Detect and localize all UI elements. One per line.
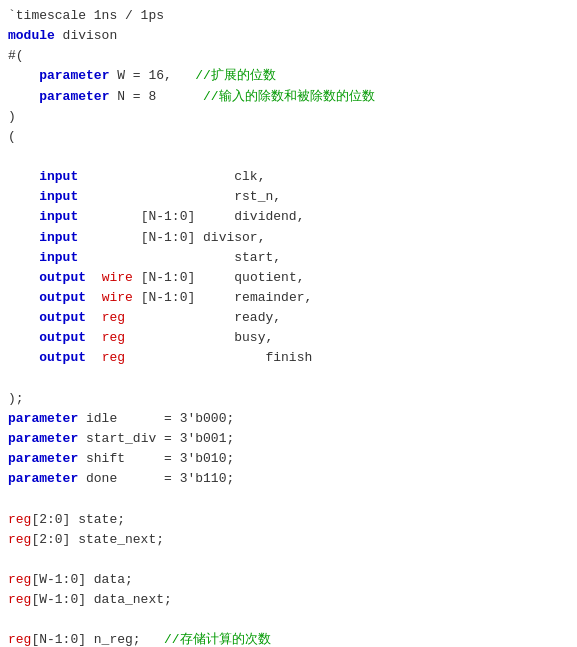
code-line-21: parameter idle = 3'b000; — [0, 409, 577, 429]
code-line-12: input [N-1:0] divisor, — [0, 228, 577, 248]
code-line-24: parameter done = 3'b110; — [0, 469, 577, 489]
code-line-15: output wire [N-1:0] remainder, — [0, 288, 577, 308]
code-line-16: output reg ready, — [0, 308, 577, 328]
code-line-29: reg[W-1:0] data; — [0, 570, 577, 590]
code-line-10: input rst_n, — [0, 187, 577, 207]
code-line-17: output reg busy, — [0, 328, 577, 348]
code-line-8 — [0, 147, 577, 167]
code-line-20: ); — [0, 389, 577, 409]
code-line-28 — [0, 550, 577, 570]
code-line-18: output reg finish — [0, 348, 577, 368]
code-line-6: ) — [0, 107, 577, 127]
code-line-14: output wire [N-1:0] quotient, — [0, 268, 577, 288]
code-line-11: input [N-1:0] dividend, — [0, 207, 577, 227]
code-line-5: parameter N = 8 //输入的除数和被除数的位数 — [0, 87, 577, 107]
code-line-27: reg[2:0] state_next; — [0, 530, 577, 550]
code-line-22: parameter start_div = 3'b001; — [0, 429, 577, 449]
code-line-13: input start, — [0, 248, 577, 268]
code-line-26: reg[2:0] state; — [0, 510, 577, 530]
code-line-30: reg[W-1:0] data_next; — [0, 590, 577, 610]
code-line-32: reg[N-1:0] n_reg; //存储计算的次数 — [0, 630, 577, 647]
code-line-1: `timescale 1ns / 1ps — [0, 6, 577, 26]
code-editor: `timescale 1ns / 1ps module divison #( p… — [0, 0, 577, 647]
code-line-7: ( — [0, 127, 577, 147]
code-line-3: #( — [0, 46, 577, 66]
code-line-2: module divison — [0, 26, 577, 46]
code-line-19 — [0, 369, 577, 389]
code-line-4: parameter W = 16, //扩展的位数 — [0, 66, 577, 86]
code-line-23: parameter shift = 3'b010; — [0, 449, 577, 469]
code-line-9: input clk, — [0, 167, 577, 187]
code-line-31 — [0, 610, 577, 630]
code-line-25 — [0, 489, 577, 509]
